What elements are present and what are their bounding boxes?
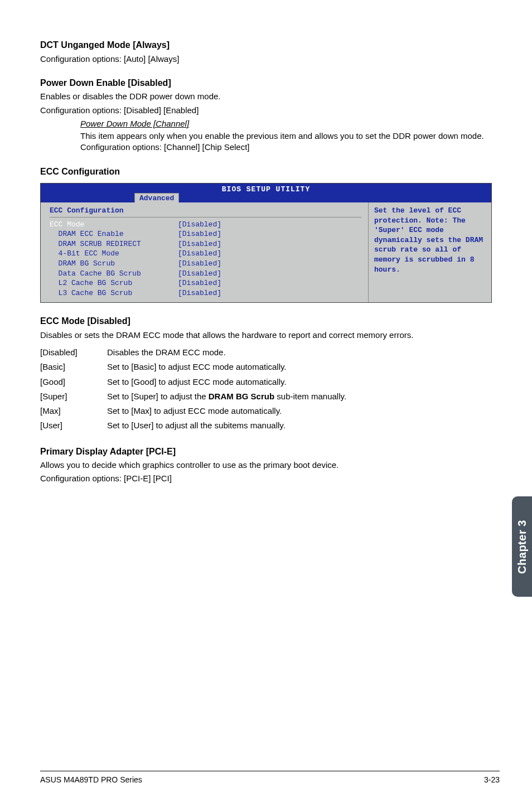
- table-row: [Max]Set to [Max] to adjust ECC mode aut…: [40, 404, 346, 418]
- bios-row-label: DRAM ECC Enable: [50, 229, 178, 239]
- bios-row: L3 Cache BG Scrub[Disabled]: [50, 288, 361, 298]
- bios-left-heading: ECC Configuration: [50, 206, 361, 216]
- bios-row-label: 4-Bit ECC Mode: [50, 249, 178, 259]
- bios-row: DRAM BG Scrub[Disabled]: [50, 259, 361, 269]
- bios-row[interactable]: ECC Mode[Disabled]: [50, 220, 361, 230]
- bios-tab-advanced[interactable]: Advanced: [134, 193, 179, 202]
- option-key: [Max]: [40, 404, 107, 418]
- bios-row-value: [Disabled]: [178, 220, 221, 230]
- bios-row: DRAM ECC Enable[Disabled]: [50, 229, 361, 239]
- bios-row: DRAM SCRUB REDIRECT[Disabled]: [50, 239, 361, 249]
- text-ecc-mode: Disables or sets the DRAM ECC mode that …: [40, 330, 492, 341]
- text-pd-2: Configuration options: [Disabled] [Enabl…: [40, 105, 492, 116]
- bios-row-label: Data Cache BG Scrub: [50, 269, 178, 279]
- bios-help-pane: Set the level of ECC protection. Note: T…: [369, 202, 491, 302]
- subheading-pd-mode: Power Down Mode [Channel]: [80, 118, 492, 129]
- option-value: Set to [User] to adjust all the subitems…: [107, 418, 346, 433]
- subtext-pd-mode: This item appears only when you enable t…: [80, 131, 484, 152]
- option-value: Disables the DRAM ECC mode.: [107, 345, 346, 360]
- bios-row-value: [Disabled]: [178, 269, 221, 279]
- option-value: Set to [Good] to adjust ECC mode automat…: [107, 375, 346, 389]
- heading-dct: DCT Unganged Mode [Always]: [40, 39, 492, 51]
- page-footer: ASUS M4A89TD PRO Series 3-23: [40, 771, 500, 785]
- bios-row-label: ECC Mode: [50, 220, 178, 230]
- bios-title: BIOS SETUP UTILITY: [41, 185, 491, 195]
- option-key: [Good]: [40, 375, 107, 389]
- bios-row-label: L3 Cache BG Scrub: [50, 288, 178, 298]
- heading-primary-display: Primary Display Adapter [PCI-E]: [40, 446, 492, 458]
- text-pda-1: Allows you to decide which graphics cont…: [40, 460, 492, 471]
- table-row: [Good]Set to [Good] to adjust ECC mode a…: [40, 375, 346, 389]
- text-dct: Configuration options: [Auto] [Always]: [40, 54, 492, 65]
- option-key: [Basic]: [40, 360, 107, 374]
- option-key: [Disabled]: [40, 345, 107, 360]
- bios-titlebar: BIOS SETUP UTILITY Advanced: [41, 183, 491, 202]
- footer-left: ASUS M4A89TD PRO Series: [40, 775, 142, 785]
- option-key: [Super]: [40, 389, 107, 404]
- bios-row-label: DRAM BG Scrub: [50, 259, 178, 269]
- chapter-side-label: Chapter 3: [515, 520, 530, 574]
- bios-row: 4-Bit ECC Mode[Disabled]: [50, 249, 361, 259]
- bios-row: Data Cache BG Scrub[Disabled]: [50, 269, 361, 279]
- option-key: [User]: [40, 418, 107, 433]
- table-row: [Basic]Set to [Basic] to adjust ECC mode…: [40, 360, 346, 374]
- chapter-side-tab: Chapter 3: [512, 496, 532, 597]
- footer-right: 3-23: [484, 775, 500, 785]
- option-value: Set to [Super] to adjust the DRAM BG Scr…: [107, 389, 346, 404]
- bios-row-label: DRAM SCRUB REDIRECT: [50, 239, 178, 249]
- bios-row-value: [Disabled]: [178, 239, 221, 249]
- table-row: [Super]Set to [Super] to adjust the DRAM…: [40, 389, 346, 404]
- table-row: [Disabled]Disables the DRAM ECC mode.: [40, 345, 346, 360]
- table-row: [User]Set to [User] to adjust all the su…: [40, 418, 346, 433]
- bios-row-value: [Disabled]: [178, 259, 221, 269]
- text-pd-1: Enables or disables the DDR power down m…: [40, 91, 492, 102]
- ecc-options-table: [Disabled]Disables the DRAM ECC mode.[Ba…: [40, 345, 346, 433]
- option-value: Set to [Basic] to adjust ECC mode automa…: [107, 360, 346, 374]
- heading-power-down: Power Down Enable [Disabled]: [40, 77, 492, 89]
- bios-divider: [50, 217, 361, 218]
- bios-row-value: [Disabled]: [178, 278, 221, 288]
- bios-row-value: [Disabled]: [178, 229, 221, 239]
- heading-ecc-mode: ECC Mode [Disabled]: [40, 315, 492, 327]
- text-pda-2: Configuration options: [PCI-E] [PCI]: [40, 473, 492, 484]
- bios-row-label: L2 Cache BG Scrub: [50, 278, 178, 288]
- option-value: Set to [Max] to adjust ECC mode automati…: [107, 404, 346, 418]
- bios-row-value: [Disabled]: [178, 288, 221, 298]
- bios-panel: BIOS SETUP UTILITY Advanced ECC Configur…: [40, 183, 492, 303]
- bios-left-pane: ECC Configuration ECC Mode[Disabled] DRA…: [41, 202, 369, 302]
- bios-row-value: [Disabled]: [178, 249, 221, 259]
- bios-row: L2 Cache BG Scrub[Disabled]: [50, 278, 361, 288]
- heading-ecc-config: ECC Configuration: [40, 166, 492, 178]
